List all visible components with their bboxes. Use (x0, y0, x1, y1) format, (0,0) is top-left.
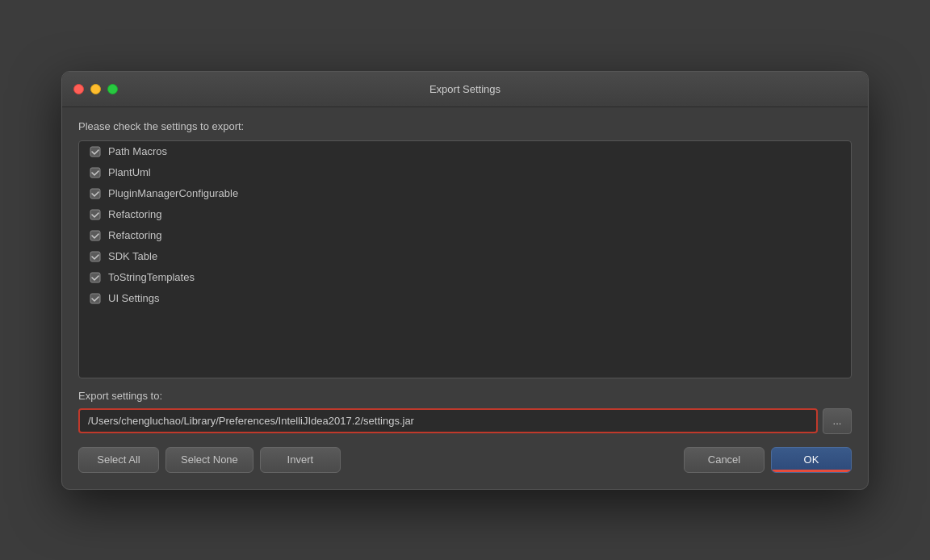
export-label: Export settings to: (78, 390, 852, 402)
traffic-lights (73, 84, 118, 94)
list-item-label: SDK Table (108, 250, 157, 262)
list-item[interactable]: Refactoring (79, 204, 851, 225)
checkbox-icon (89, 208, 102, 221)
checkbox-icon (89, 166, 102, 179)
checkbox-icon (89, 292, 102, 305)
list-item-label: Refactoring (108, 229, 161, 241)
export-path-input[interactable] (78, 408, 818, 433)
checkbox-icon (89, 229, 102, 242)
action-buttons: Select All Select None Invert Cancel OK (78, 447, 852, 473)
dialog-body: Please check the settings to export: Pat… (62, 107, 868, 489)
list-item[interactable]: UI Settings (79, 288, 851, 309)
maximize-button[interactable] (107, 84, 118, 94)
checkbox-icon (89, 250, 102, 263)
checkbox-icon (89, 271, 102, 284)
dialog-title: Export Settings (429, 83, 501, 95)
list-item-label: ToStringTemplates (108, 271, 195, 283)
invert-button[interactable]: Invert (260, 447, 341, 473)
list-item-label: UI Settings (108, 292, 160, 304)
settings-list[interactable]: Path Macros PlantUml PluginManagerConfig… (78, 140, 852, 378)
select-all-button[interactable]: Select All (78, 447, 159, 473)
ok-button[interactable]: OK (771, 447, 852, 473)
list-item[interactable]: Refactoring (79, 225, 851, 246)
close-button[interactable] (73, 84, 84, 94)
checkbox-icon (89, 187, 102, 200)
list-item-label: Refactoring (108, 208, 161, 220)
list-item-label: PluginManagerConfigurable (108, 187, 238, 199)
list-item[interactable]: PlantUml (79, 162, 851, 183)
browse-button[interactable]: ... (823, 408, 852, 434)
list-item[interactable]: ToStringTemplates (79, 267, 851, 288)
title-bar: Export Settings (62, 72, 868, 107)
list-item-label: PlantUml (108, 166, 151, 178)
checkbox-icon (89, 145, 102, 158)
cancel-button[interactable]: Cancel (684, 447, 765, 473)
list-item-label: Path Macros (108, 145, 167, 157)
select-none-button[interactable]: Select None (165, 447, 253, 473)
export-settings-dialog: Export Settings Please check the setting… (61, 71, 869, 490)
list-item[interactable]: Path Macros (79, 141, 851, 162)
minimize-button[interactable] (90, 84, 101, 94)
export-path-row: ... (78, 408, 852, 434)
instruction-label: Please check the settings to export: (78, 120, 852, 132)
list-item[interactable]: PluginManagerConfigurable (79, 183, 851, 204)
list-item[interactable]: SDK Table (79, 246, 851, 267)
